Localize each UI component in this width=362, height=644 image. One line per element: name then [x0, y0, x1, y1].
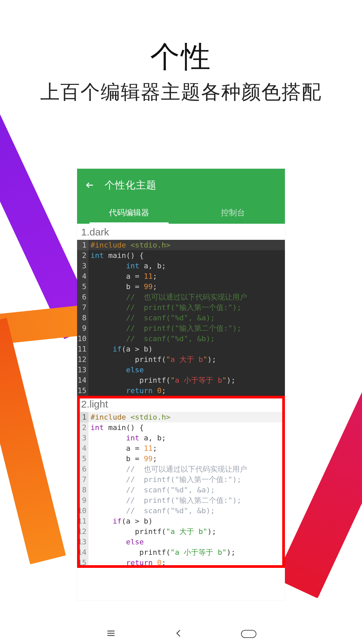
- nav-recent-icon[interactable]: [241, 630, 256, 638]
- code-line: 14 printf("a 小于等于 b");: [77, 375, 285, 385]
- marketing-subheadline: 上百个编辑器主题各种颜色搭配: [0, 79, 362, 105]
- tab-console[interactable]: 控制台: [181, 202, 285, 224]
- code-line: 12 printf("a 大于 b");: [77, 526, 285, 537]
- code-content: if(a > b): [88, 516, 285, 526]
- code-preview-light: 1#include <stdio.h>2int main() {3 int a,…: [77, 412, 285, 568]
- app-bar: 个性化主题 代码编辑器控制台: [77, 169, 285, 224]
- decorative-bar-pink: [275, 153, 362, 598]
- line-number: 5: [77, 281, 88, 292]
- line-number: 5: [77, 453, 88, 464]
- code-line: 3 int a, b;: [77, 433, 285, 443]
- code-line: 10 // scanf("%d", &b);: [77, 333, 285, 344]
- line-number: 10: [77, 505, 88, 516]
- code-content: printf("a 大于 b");: [88, 526, 285, 537]
- tab-bar: 代码编辑器控制台: [77, 202, 285, 224]
- line-number: 10: [77, 333, 88, 344]
- code-preview-dark: 1#include <stdio.h>2int main() {3 int a,…: [77, 240, 285, 396]
- code-line: 2int main() {: [77, 422, 285, 433]
- code-content: b = 99;: [88, 281, 285, 292]
- theme-option-light[interactable]: 2.light1#include <stdio.h>2int main() {3…: [77, 396, 285, 568]
- code-line: 4 a = 11;: [77, 271, 285, 281]
- line-number: 1: [77, 240, 88, 250]
- line-number: 2: [77, 422, 88, 433]
- code-line: 2int main() {: [77, 250, 285, 261]
- code-line: 3 int a, b;: [77, 261, 285, 271]
- theme-title: 2.light: [77, 396, 285, 412]
- line-number: 8: [77, 485, 88, 495]
- line-number: 11: [77, 344, 88, 354]
- line-number: 3: [77, 433, 88, 443]
- decorative-bar-orange-2: [0, 318, 66, 565]
- code-content: #include <stdio.h>: [88, 412, 285, 422]
- code-line: 11 if(a > b): [77, 344, 285, 354]
- code-content: // printf("输入第一个值:");: [88, 302, 285, 313]
- code-content: return 0;: [88, 557, 285, 568]
- code-content: else: [88, 537, 285, 547]
- line-number: 13: [77, 365, 88, 375]
- line-number: 8: [77, 313, 88, 323]
- code-line: 7 // printf("输入第一个值:");: [77, 302, 285, 313]
- theme-title: 1.dark: [77, 224, 285, 240]
- code-line: 6 // 也可以通过以下代码实现让用户: [77, 464, 285, 474]
- code-content: return 0;: [88, 385, 285, 396]
- code-content: // scanf("%d", &a);: [88, 313, 285, 323]
- code-line: 8 // scanf("%d", &a);: [77, 485, 285, 495]
- code-content: // 也可以通过以下代码实现让用户: [88, 464, 285, 474]
- tab-code-editor[interactable]: 代码编辑器: [77, 202, 181, 224]
- line-number: 9: [77, 495, 88, 505]
- code-line: 1#include <stdio.h>: [77, 412, 285, 422]
- code-content: a = 11;: [88, 271, 285, 281]
- line-number: 14: [77, 547, 88, 557]
- code-content: int a, b;: [88, 261, 285, 271]
- line-number: 6: [77, 464, 88, 474]
- line-number: 15: [77, 385, 88, 396]
- line-number: 12: [77, 526, 88, 537]
- code-line: 1#include <stdio.h>: [77, 240, 285, 250]
- line-number: 7: [77, 302, 88, 313]
- code-line: 4 a = 11;: [77, 443, 285, 453]
- code-content: #include <stdio.h>: [88, 240, 285, 250]
- line-number: 2: [77, 250, 88, 261]
- line-number: 7: [77, 474, 88, 485]
- marketing-headline: 个性: [0, 37, 362, 77]
- code-content: // printf("输入第二个值:");: [88, 495, 285, 505]
- code-line: 9 // printf("输入第二个值:");: [77, 323, 285, 333]
- line-number: 1: [77, 412, 88, 422]
- code-content: // 也可以通过以下代码实现让用户: [88, 292, 285, 302]
- code-content: printf("a 小于等于 b");: [88, 547, 285, 557]
- nav-back-icon[interactable]: [173, 628, 184, 640]
- app-frame: 个性化主题 代码编辑器控制台 1.dark1#include <stdio.h>…: [77, 169, 285, 600]
- code-line: 11 if(a > b): [77, 516, 285, 526]
- android-nav-bar: [77, 624, 285, 644]
- code-content: // scanf("%d", &a);: [88, 485, 285, 495]
- theme-option-dark[interactable]: 1.dark1#include <stdio.h>2int main() {3 …: [77, 224, 285, 396]
- code-line: 8 // scanf("%d", &a);: [77, 313, 285, 323]
- code-line: 15 return 0;: [77, 557, 285, 568]
- code-content: if(a > b): [88, 344, 285, 354]
- line-number: 13: [77, 537, 88, 547]
- page-title: 个性化主题: [105, 178, 157, 192]
- nav-menu-icon[interactable]: [106, 628, 116, 640]
- line-number: 4: [77, 443, 88, 453]
- code-content: printf("a 小于等于 b");: [88, 375, 285, 385]
- code-line: 12 printf("a 大于 b");: [77, 354, 285, 365]
- line-number: 6: [77, 292, 88, 302]
- line-number: 15: [77, 557, 88, 568]
- code-content: else: [88, 365, 285, 375]
- code-content: // scanf("%d", &b);: [88, 505, 285, 516]
- code-content: int main() {: [88, 250, 285, 261]
- theme-list[interactable]: 1.dark1#include <stdio.h>2int main() {3 …: [77, 224, 285, 600]
- line-number: 12: [77, 354, 88, 365]
- code-line: 14 printf("a 小于等于 b");: [77, 547, 285, 557]
- back-icon[interactable]: [85, 180, 95, 190]
- code-line: 13 else: [77, 537, 285, 547]
- code-line: 7 // printf("输入第一个值:");: [77, 474, 285, 485]
- code-line: 5 b = 99;: [77, 453, 285, 464]
- code-content: int main() {: [88, 422, 285, 433]
- line-number: 3: [77, 261, 88, 271]
- code-line: 15 return 0;: [77, 385, 285, 396]
- line-number: 4: [77, 271, 88, 281]
- code-content: int a, b;: [88, 433, 285, 443]
- code-content: // scanf("%d", &b);: [88, 333, 285, 344]
- code-line: 9 // printf("输入第二个值:");: [77, 495, 285, 505]
